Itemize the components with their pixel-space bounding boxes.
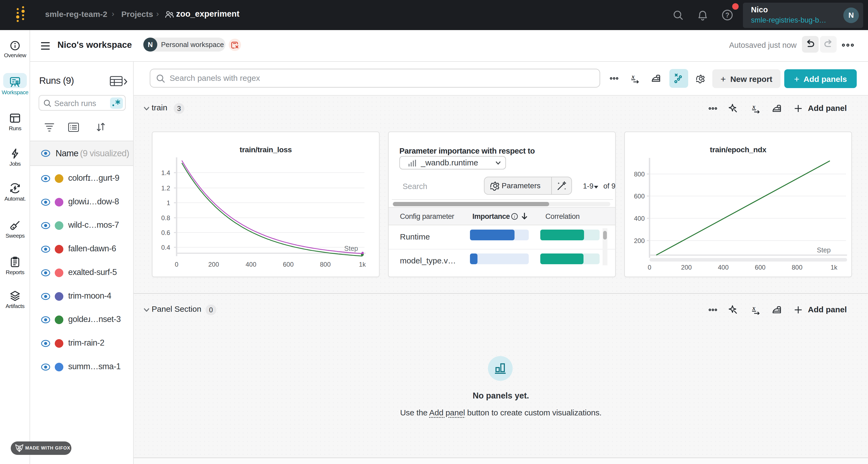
svg-text:Step: Step — [344, 244, 358, 252]
svg-text:1k: 1k — [359, 261, 366, 268]
svg-text:1.2: 1.2 — [161, 184, 170, 192]
svg-text:600: 600 — [634, 193, 645, 200]
svg-text:?: ? — [725, 11, 729, 19]
svg-text:400: 400 — [634, 215, 645, 222]
svg-text:200: 200 — [208, 261, 219, 268]
svg-text:1.4: 1.4 — [161, 169, 170, 176]
svg-text:0: 0 — [175, 261, 178, 268]
svg-text:800: 800 — [634, 171, 645, 178]
svg-text:i: i — [514, 214, 515, 219]
svg-text:400: 400 — [246, 261, 256, 268]
svg-text:600: 600 — [283, 261, 293, 268]
svg-text:1: 1 — [167, 199, 170, 206]
svg-text:1k: 1k — [831, 264, 838, 271]
svg-text:Step: Step — [817, 246, 831, 254]
svg-text:400: 400 — [718, 264, 729, 271]
svg-text:x: x — [631, 74, 635, 80]
svg-text:800: 800 — [320, 261, 331, 268]
svg-text:800: 800 — [792, 264, 803, 271]
svg-text:0.4: 0.4 — [161, 244, 170, 251]
svg-text:x: x — [752, 104, 755, 110]
svg-text:0.6: 0.6 — [161, 229, 170, 236]
svg-text:600: 600 — [755, 264, 766, 271]
svg-text:0.8: 0.8 — [161, 214, 170, 222]
svg-text:200: 200 — [681, 264, 692, 271]
svg-text:200: 200 — [634, 237, 645, 244]
svg-text:0: 0 — [648, 264, 651, 271]
svg-text:x: x — [752, 305, 755, 312]
